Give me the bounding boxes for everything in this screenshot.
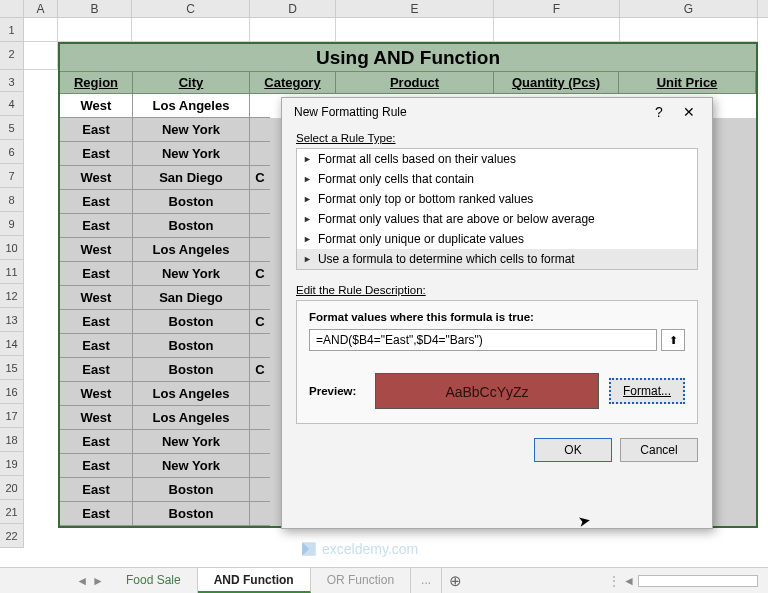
- cell-city[interactable]: Boston: [133, 478, 250, 502]
- cell-category[interactable]: [250, 334, 270, 358]
- cell-region[interactable]: East: [60, 358, 133, 382]
- th-region[interactable]: Region: [60, 72, 133, 94]
- cell-region[interactable]: East: [60, 502, 133, 526]
- cell-category[interactable]: [250, 382, 270, 406]
- cell-city[interactable]: Boston: [133, 310, 250, 334]
- cell-category[interactable]: [250, 286, 270, 310]
- row-header[interactable]: 9: [0, 212, 24, 236]
- row-header[interactable]: 4: [0, 92, 24, 116]
- th-unit-price[interactable]: Unit Price: [619, 72, 756, 94]
- cell-city[interactable]: New York: [133, 262, 250, 286]
- row-header[interactable]: 12: [0, 284, 24, 308]
- cell-region[interactable]: East: [60, 454, 133, 478]
- horizontal-scrollbar[interactable]: [638, 575, 758, 587]
- cell-category[interactable]: [250, 406, 270, 430]
- cell-region[interactable]: East: [60, 190, 133, 214]
- tab-and-function[interactable]: AND Function: [198, 568, 311, 593]
- col-header-A[interactable]: A: [24, 0, 58, 17]
- tab-nav-buttons[interactable]: ◄►: [0, 574, 110, 588]
- formula-input[interactable]: [309, 329, 657, 351]
- row-header[interactable]: 8: [0, 188, 24, 212]
- col-header-G[interactable]: G: [620, 0, 758, 17]
- row-header[interactable]: 21: [0, 500, 24, 524]
- scroll-left-icon[interactable]: ◄: [623, 574, 635, 588]
- cell-region[interactable]: East: [60, 118, 133, 142]
- cell-region[interactable]: East: [60, 478, 133, 502]
- cell-region[interactable]: East: [60, 310, 133, 334]
- row-header[interactable]: 15: [0, 356, 24, 380]
- cell-category[interactable]: C: [250, 358, 270, 382]
- cell-region[interactable]: West: [60, 382, 133, 406]
- rule-type-item[interactable]: ►Format all cells based on their values: [297, 149, 697, 169]
- row-header[interactable]: 22: [0, 524, 24, 548]
- th-category[interactable]: Category: [250, 72, 336, 94]
- row-header[interactable]: 11: [0, 260, 24, 284]
- cell-category[interactable]: [250, 118, 270, 142]
- row-header[interactable]: 3: [0, 70, 24, 92]
- cell-city[interactable]: San Diego: [133, 166, 250, 190]
- cell-region[interactable]: East: [60, 262, 133, 286]
- tab-food-sale[interactable]: Food Sale: [110, 568, 198, 593]
- add-sheet-button[interactable]: ⊕: [442, 572, 468, 590]
- row-header[interactable]: 19: [0, 452, 24, 476]
- rule-type-item[interactable]: ►Use a formula to determine which cells …: [297, 249, 697, 269]
- row-header[interactable]: 13: [0, 308, 24, 332]
- col-header-B[interactable]: B: [58, 0, 132, 17]
- tab-or-function[interactable]: OR Function: [311, 568, 411, 593]
- cell-city[interactable]: New York: [133, 454, 250, 478]
- cell-category[interactable]: C: [250, 310, 270, 334]
- row-header[interactable]: 10: [0, 236, 24, 260]
- row-header[interactable]: 14: [0, 332, 24, 356]
- cell-city[interactable]: New York: [133, 118, 250, 142]
- col-header-F[interactable]: F: [494, 0, 620, 17]
- cancel-button[interactable]: Cancel: [620, 438, 698, 462]
- row-header[interactable]: 5: [0, 116, 24, 140]
- th-product[interactable]: Product: [336, 72, 494, 94]
- cell-category[interactable]: [250, 478, 270, 502]
- cell-city[interactable]: Los Angeles: [133, 238, 250, 262]
- rule-type-item[interactable]: ►Format only unique or duplicate values: [297, 229, 697, 249]
- cell-region[interactable]: West: [60, 406, 133, 430]
- rule-type-list[interactable]: ►Format all cells based on their values►…: [296, 148, 698, 270]
- cell-city[interactable]: New York: [133, 142, 250, 166]
- cell-city[interactable]: Boston: [133, 214, 250, 238]
- cell-region[interactable]: East: [60, 142, 133, 166]
- rule-type-item[interactable]: ►Format only values that are above or be…: [297, 209, 697, 229]
- cell-region[interactable]: West: [60, 166, 133, 190]
- cell-city[interactable]: Boston: [133, 334, 250, 358]
- cell-category[interactable]: C: [250, 262, 270, 286]
- close-button[interactable]: ✕: [674, 98, 704, 126]
- row-header[interactable]: 1: [0, 18, 24, 42]
- row-header[interactable]: 20: [0, 476, 24, 500]
- cell-region[interactable]: West: [60, 238, 133, 262]
- select-all-corner[interactable]: [0, 0, 24, 17]
- format-button[interactable]: Format...: [609, 378, 685, 404]
- cell-category[interactable]: [250, 214, 270, 238]
- row-header[interactable]: 6: [0, 140, 24, 164]
- cell-city[interactable]: Los Angeles: [133, 382, 250, 406]
- cell-region[interactable]: West: [60, 286, 133, 310]
- col-header-D[interactable]: D: [250, 0, 336, 17]
- cell-city[interactable]: Boston: [133, 358, 250, 382]
- cell-category[interactable]: [250, 190, 270, 214]
- cell-category[interactable]: [250, 430, 270, 454]
- help-button[interactable]: ?: [644, 98, 674, 126]
- cell-city[interactable]: San Diego: [133, 286, 250, 310]
- th-city[interactable]: City: [133, 72, 250, 94]
- tab-more[interactable]: ...: [411, 568, 442, 593]
- row-header[interactable]: 7: [0, 164, 24, 188]
- ok-button[interactable]: OK: [534, 438, 612, 462]
- cell-category[interactable]: [250, 502, 270, 526]
- cell-region[interactable]: East: [60, 430, 133, 454]
- row-header[interactable]: 17: [0, 404, 24, 428]
- cell-category[interactable]: [250, 142, 270, 166]
- cell-category[interactable]: [250, 94, 270, 118]
- col-header-E[interactable]: E: [336, 0, 494, 17]
- cell-category[interactable]: C: [250, 166, 270, 190]
- row-header[interactable]: 16: [0, 380, 24, 404]
- cell-city[interactable]: New York: [133, 430, 250, 454]
- col-header-C[interactable]: C: [132, 0, 250, 17]
- cell-category[interactable]: [250, 454, 270, 478]
- cell-city[interactable]: Los Angeles: [133, 406, 250, 430]
- cell-city[interactable]: Boston: [133, 190, 250, 214]
